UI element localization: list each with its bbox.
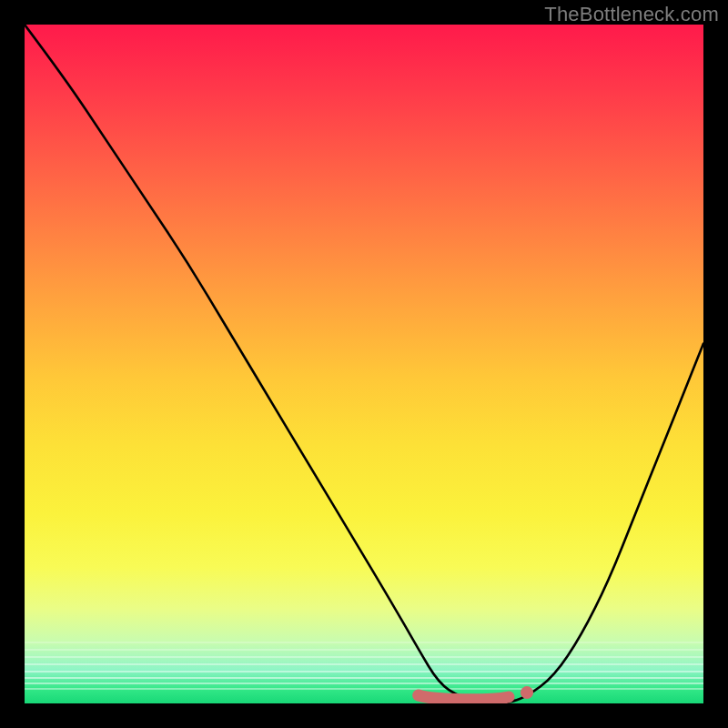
glow-band	[25, 663, 703, 665]
glow-band	[25, 688, 703, 690]
bottleneck-curve-path	[25, 25, 703, 703]
chart-frame: TheBottleneck.com	[0, 0, 728, 728]
glow-band	[25, 682, 703, 684]
glow-band	[25, 656, 703, 658]
flat-region-marker	[419, 695, 509, 700]
glow-band	[25, 649, 703, 651]
chart-svg	[25, 25, 703, 703]
glow-band	[25, 642, 703, 643]
glow-band	[25, 677, 703, 679]
watermark-text: TheBottleneck.com	[544, 3, 719, 26]
glow-band	[25, 671, 703, 672]
chart-plot-area	[25, 25, 703, 703]
